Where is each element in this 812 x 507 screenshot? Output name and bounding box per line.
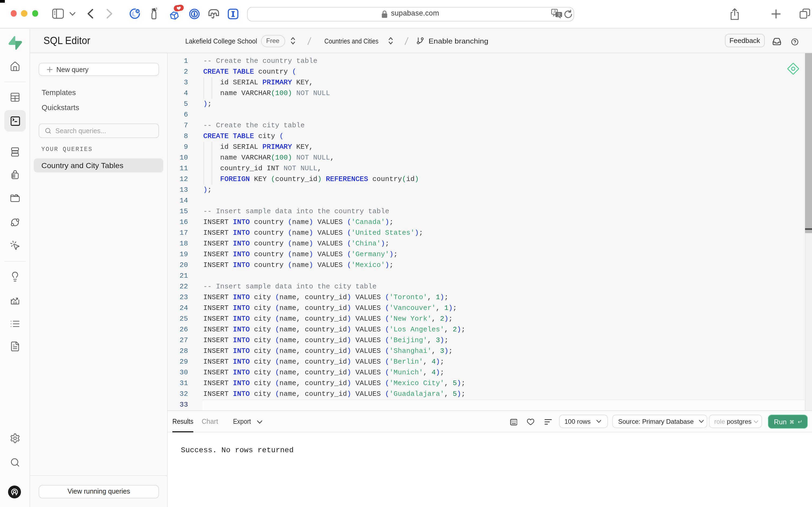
- svg-text:文: 文: [557, 13, 561, 17]
